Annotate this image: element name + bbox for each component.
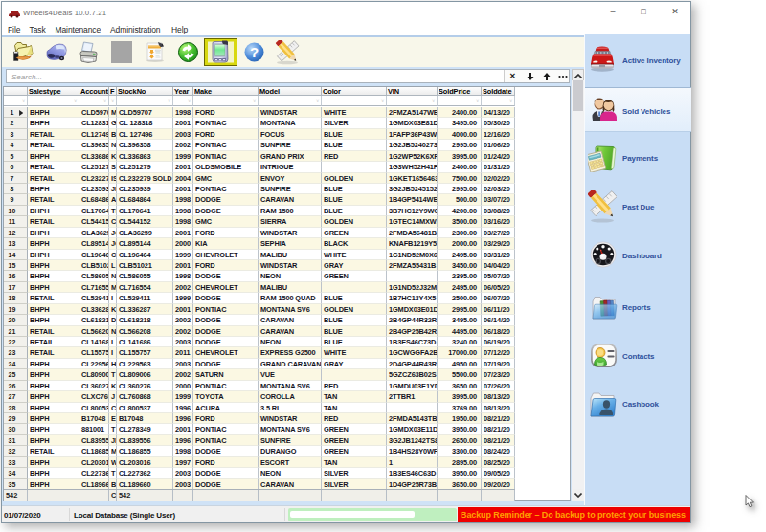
svg-text:?: ? xyxy=(249,44,258,60)
